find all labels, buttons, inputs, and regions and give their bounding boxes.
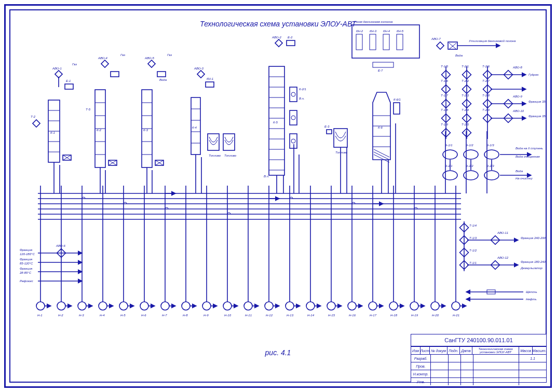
svg-text:К-1: К-1 <box>50 131 55 134</box>
left-outputs: Фракция 120-180°C АВО-6 Фракция 85-120°C… <box>19 244 82 283</box>
svg-text:Н-21: Н-21 <box>453 314 459 317</box>
svg-text:Вода очищенная: Вода очищенная <box>516 155 540 158</box>
svg-text:Т-1/9: Т-1/9 <box>441 123 449 126</box>
svg-text:Т-2/9: Т-2/9 <box>482 108 490 111</box>
svg-text:КН-4: КН-4 <box>383 30 390 33</box>
svg-text:Т-2: Т-2 <box>31 115 36 118</box>
svg-text:Газ: Газ <box>167 53 172 57</box>
horizontal-bus <box>38 193 461 219</box>
svg-text:Т-2/6: Т-2/6 <box>482 65 490 68</box>
svg-text:Фракция 350-380°C: Фракция 350-380°C <box>528 115 547 118</box>
svg-text:Н-5: Н-5 <box>120 314 126 317</box>
svg-text:АВО-8: АВО-8 <box>512 66 523 69</box>
svg-text:В.п.: В.п. <box>264 175 269 178</box>
svg-text:Т-1/4: Т-1/4 <box>469 224 477 227</box>
svg-text:Т-1/6: Т-1/6 <box>441 79 449 82</box>
svg-text:К-2: К-2 <box>97 129 102 132</box>
svg-rect-104 <box>327 130 332 134</box>
svg-text:АВО-3: АВО-3 <box>194 67 204 70</box>
svg-point-16 <box>202 302 211 310</box>
svg-text:КН-1: КН-1 <box>207 77 213 80</box>
svg-rect-97 <box>275 39 282 47</box>
svg-point-22 <box>265 302 273 310</box>
svg-text:Фракция: Фракция <box>20 248 33 251</box>
svg-text:КН-3: КН-3 <box>370 30 377 33</box>
svg-text:120-180°C: 120-180°C <box>20 253 35 256</box>
svg-text:Э-1/1: Э-1/1 <box>445 144 453 147</box>
schematic-canvas: Н-1 Н-2 Н-3 Н-4 Н-5 Н-6 Н-7 Н-8 Н-9 Н-10… <box>9 9 547 383</box>
svg-text:28-85°C: 28-85°C <box>19 271 32 274</box>
svg-point-40 <box>452 302 460 310</box>
title-block: СанГТУ 240100.90.011.01 Изм Лист № докум… <box>411 334 547 383</box>
column-k5: К-5 К-2/1В.п. АВО-2 Е-2 В.п. <box>264 36 306 178</box>
svg-text:Рефлюкс: Рефлюкс <box>20 279 33 283</box>
svg-text:Е-1: Е-1 <box>66 79 71 82</box>
svg-text:Т-1/1: Т-1/1 <box>469 261 477 264</box>
column-k3: К-3 АВО-5 Газ Вода <box>142 53 172 167</box>
svg-text:Т-2/4: Т-2/4 <box>462 108 469 111</box>
svg-text:Н-12: Н-12 <box>266 314 273 317</box>
svg-text:АВО-11: АВО-11 <box>497 231 508 234</box>
column-k1: К-1 АВО-1 Е-1 Газ Т-2 <box>31 63 77 162</box>
svg-text:К-4: К-4 <box>192 126 197 129</box>
svg-text:Н-9: Н-9 <box>204 314 209 317</box>
svg-point-2 <box>57 302 65 310</box>
svg-text:КН-2: КН-2 <box>356 30 363 33</box>
column-k4: К-4 АВО-3 КН-1 Топливо Топливо <box>191 67 237 157</box>
svg-rect-73 <box>157 72 166 77</box>
svg-rect-119 <box>373 62 394 67</box>
svg-text:Н-20: Н-20 <box>432 314 439 317</box>
svg-text:Фракция 350-500°C: Фракция 350-500°C <box>528 100 547 103</box>
svg-text:Э-1/2: Э-1/2 <box>466 144 473 147</box>
svg-text:АВО-10: АВО-10 <box>512 109 524 113</box>
svg-text:Т-1/2: Т-1/2 <box>469 249 477 252</box>
svg-text:Н-6: Н-6 <box>141 314 146 317</box>
svg-text:Н-3: Н-3 <box>79 314 84 317</box>
svg-text:Н-10: Н-10 <box>224 314 232 317</box>
svg-rect-71 <box>148 60 155 67</box>
svg-point-32 <box>369 302 377 310</box>
svg-rect-121 <box>437 42 444 49</box>
svg-text:Вода: Вода <box>516 170 523 173</box>
svg-text:К-5: К-5 <box>273 121 278 124</box>
svg-text:Т-2/8: Т-2/8 <box>482 94 490 97</box>
svg-text:Н-15: Н-15 <box>328 314 335 317</box>
svg-point-38 <box>431 302 439 310</box>
svg-text:Э-2/2: Э-2/2 <box>466 164 473 167</box>
svg-rect-107 <box>394 103 400 114</box>
svg-rect-55 <box>65 84 73 89</box>
svg-text:АВО-6: АВО-6 <box>56 244 66 247</box>
svg-text:Э-2/1: Э-2/1 <box>445 164 453 167</box>
svg-text:Газ: Газ <box>72 63 77 66</box>
svg-point-36 <box>410 302 418 310</box>
svg-text:Н-13: Н-13 <box>287 314 294 317</box>
svg-point-6 <box>99 302 107 310</box>
heat-exchanger-grid: Т-1/5 Т-2/1 Т-2/6 АВО-8 Гудрон Т-1/6 Т-2… <box>441 65 547 139</box>
svg-rect-79 <box>197 71 205 78</box>
svg-text:Н-1: Н-1 <box>37 314 43 317</box>
svg-text:Н-2: Н-2 <box>58 314 63 317</box>
svg-rect-111 <box>356 34 362 50</box>
svg-rect-113 <box>370 34 376 50</box>
desalters: Э-1/1 Э-1/2 Э-1/3 Вода на II ступень Вод… <box>443 144 543 180</box>
svg-text:К-6/1: К-6/1 <box>394 98 401 101</box>
column-k2: К-2 АВО-4 Газ Т-5 <box>86 53 125 167</box>
svg-text:Е-7: Е-7 <box>378 69 383 72</box>
svg-text:На очистку: На очистку <box>516 177 533 180</box>
svg-text:Т-2/3: Т-2/3 <box>462 94 469 97</box>
util-furnace: АВО-7 Утилизация бензиновой погона Вода <box>431 37 516 57</box>
svg-text:Н-8: Н-8 <box>183 314 188 317</box>
svg-point-8 <box>119 302 128 310</box>
drawing-code: СанГТУ 240100.90.011.01 <box>444 337 513 343</box>
svg-text:Э-2/3: Э-2/3 <box>486 164 494 167</box>
vertical-bus-lines <box>40 186 456 302</box>
svg-text:Т-1/5: Т-1/5 <box>441 65 449 68</box>
svg-point-30 <box>348 302 356 310</box>
svg-text:Т-2/5: Т-2/5 <box>462 123 469 126</box>
svg-text:АВО-2: АВО-2 <box>272 36 282 39</box>
svg-rect-65 <box>111 72 119 77</box>
svg-text:Н-4: Н-4 <box>100 314 105 317</box>
svg-rect-53 <box>55 71 62 78</box>
svg-text:Щёлочь: Щёлочь <box>526 290 537 293</box>
svg-point-28 <box>327 302 335 310</box>
